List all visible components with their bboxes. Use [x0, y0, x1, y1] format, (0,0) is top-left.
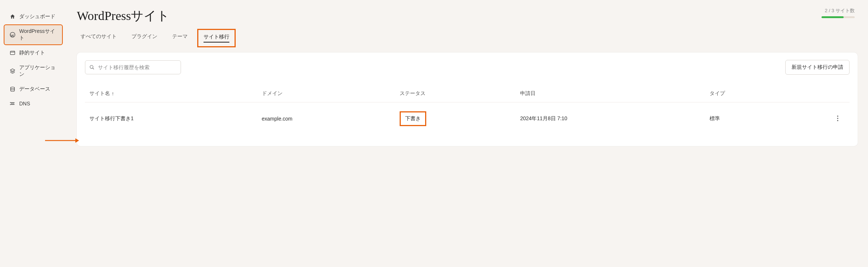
row-more-button[interactable] [830, 115, 845, 122]
main-content: WordPressサイト 2 / 3 サイト数 すべてのサイト プラグイン テー… [66, 0, 868, 178]
svg-point-11 [837, 120, 838, 121]
sidebar-item-apps[interactable]: アプリケーション [4, 61, 63, 81]
new-migration-button[interactable]: 新規サイト移行の申請 [785, 60, 850, 75]
cell-site-name: サイト移行下書き1 [89, 115, 262, 122]
sidebar-item-static[interactable]: 静的サイト [4, 46, 63, 60]
tab-plugins[interactable]: プラグイン [131, 33, 157, 43]
sidebar-item-label: ダッシュボード [19, 13, 55, 20]
svg-point-10 [837, 118, 838, 119]
search-wrap [85, 60, 181, 74]
sort-asc-icon: ↑ [112, 91, 114, 97]
sidebar-item-label: DNS [19, 101, 30, 107]
sidebar: ダッシュボード WordPressサイト 静的サイト アプリケーション データベ… [0, 0, 66, 178]
table-row[interactable]: サイト移行下書き1 example.com 下書き 2024年11月8日 7:1… [85, 102, 850, 131]
page-title: WordPressサイト [77, 7, 170, 24]
th-site-name[interactable]: サイト名 ↑ [89, 90, 262, 97]
highlight-box-status: 下書き [400, 111, 426, 126]
quota-text: 2 / 3 サイト数 [821, 7, 855, 14]
browser-icon [10, 50, 16, 56]
svg-point-9 [837, 115, 838, 116]
tab-all-sites[interactable]: すべてのサイト [81, 33, 117, 43]
dns-icon [10, 101, 16, 107]
wordpress-icon [10, 32, 16, 38]
sidebar-item-label: WordPressサイト [19, 28, 57, 41]
quota-bar [821, 16, 855, 18]
quota-indicator: 2 / 3 サイト数 [821, 7, 855, 18]
svg-point-7 [90, 65, 93, 68]
th-status[interactable]: ステータス [400, 90, 520, 97]
table-header-row: サイト名 ↑ ドメイン ステータス 申請日 タイプ [85, 85, 850, 102]
cell-type: 標準 [710, 115, 830, 122]
sidebar-item-database[interactable]: データベース [4, 82, 63, 96]
tab-themes[interactable]: テーマ [172, 33, 188, 43]
highlight-box-tab: サイト移行 [197, 29, 236, 47]
more-vertical-icon [837, 115, 838, 121]
cell-domain: example.com [262, 116, 400, 122]
sidebar-item-dns[interactable]: DNS [4, 97, 63, 110]
sidebar-item-label: データベース [19, 86, 50, 92]
header-row: WordPressサイト 2 / 3 サイト数 [77, 7, 858, 24]
tab-migration[interactable]: サイト移行 [204, 34, 229, 43]
database-icon [10, 86, 16, 92]
tabs: すべてのサイト プラグイン テーマ サイト移行 [77, 33, 858, 43]
sidebar-item-wordpress[interactable]: WordPressサイト [4, 24, 63, 45]
panel-top: 新規サイト移行の申請 [85, 60, 850, 75]
svg-point-4 [10, 102, 11, 103]
th-requested[interactable]: 申請日 [520, 90, 710, 97]
search-icon [89, 65, 95, 70]
layers-icon [10, 68, 16, 74]
th-domain[interactable]: ドメイン [262, 90, 400, 97]
sidebar-item-label: 静的サイト [19, 50, 45, 56]
sidebar-item-label: アプリケーション [19, 64, 57, 78]
quota-fill [821, 16, 844, 18]
search-input[interactable] [85, 60, 181, 74]
cell-status: 下書き [400, 111, 520, 126]
svg-line-8 [93, 68, 94, 70]
sidebar-item-dashboard[interactable]: ダッシュボード [4, 10, 63, 24]
home-icon [10, 14, 16, 20]
panel: 新規サイト移行の申請 サイト名 ↑ ドメイン ステータス 申請日 タイプ サイト… [77, 53, 858, 146]
cell-requested: 2024年11月8日 7:10 [520, 115, 710, 122]
th-type[interactable]: タイプ [710, 90, 830, 97]
svg-point-5 [10, 104, 11, 105]
svg-point-3 [11, 87, 15, 88]
